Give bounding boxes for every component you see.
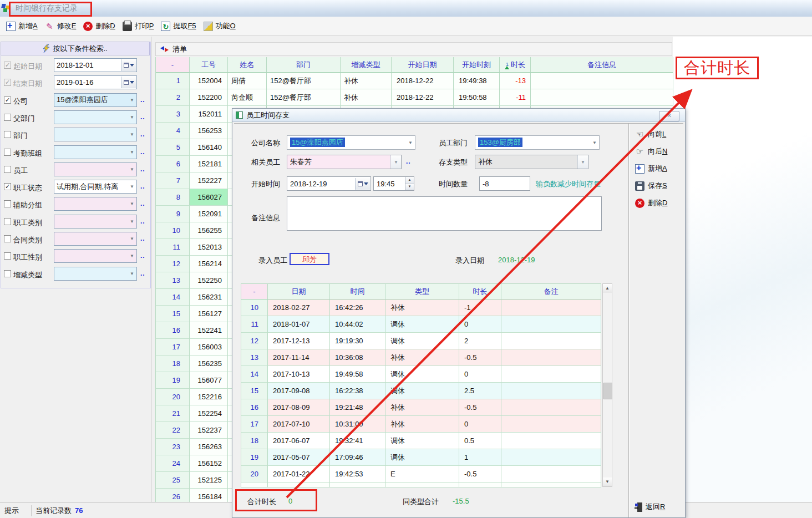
browse-button[interactable]: .. [140, 182, 145, 190]
chevron-down-icon[interactable]: ▼ [128, 184, 136, 189]
chevron-down-icon[interactable]: ▼ [128, 167, 136, 172]
filter-combo[interactable]: ▼ [54, 249, 137, 263]
history-scrollbar[interactable]: ▲ ▼ [602, 283, 612, 487]
amount-input[interactable]: -8 [479, 176, 530, 191]
filter-combo[interactable]: ▼ [54, 232, 137, 246]
dialog-add-button[interactable]: 新增A [634, 163, 668, 174]
checkbox[interactable] [4, 218, 11, 225]
calendar-icon[interactable] [355, 178, 370, 190]
history-row[interactable]: 152017-09-0816:22:38调休2.5 [241, 383, 601, 399]
checkbox[interactable] [4, 166, 11, 173]
dialog-close-button[interactable]: ✕ [659, 111, 679, 121]
checkbox[interactable] [4, 114, 11, 121]
type-combo[interactable]: 补休 ▼ [475, 155, 588, 169]
browse-button[interactable]: .. [140, 165, 145, 173]
filter-combo[interactable]: ▼ [54, 215, 137, 228]
chevron-down-icon[interactable]: ▼ [577, 155, 588, 169]
filter-combo[interactable]: ▼ [54, 197, 137, 211]
time-spinner[interactable]: ▲▼ [405, 177, 414, 190]
checkbox[interactable] [4, 200, 11, 207]
chevron-down-icon[interactable]: ▼ [406, 140, 415, 145]
checkbox[interactable] [4, 270, 11, 277]
browse-button[interactable]: .. [140, 200, 145, 207]
history-row[interactable]: 162017-08-0919:21:48补休-0.5 [241, 399, 601, 416]
column-header-开始日期[interactable]: 开始日期 [392, 57, 454, 73]
chevron-down-icon[interactable]: ▼ [128, 98, 136, 103]
start-clock-field[interactable]: 19:45 ▲▼ [373, 176, 414, 191]
calendar-icon[interactable] [121, 59, 136, 71]
column-header-工号[interactable]: 工号 [190, 57, 228, 73]
filter-combo[interactable]: ▼ [54, 128, 137, 141]
history-column--[interactable]: - [241, 284, 268, 299]
history-row[interactable]: 192017-05-0717:09:46调休1 [241, 449, 601, 466]
toolbar-function-button[interactable]: 功能O [201, 19, 240, 33]
history-row[interactable]: 172017-07-1010:31:00补休0 [241, 416, 601, 433]
toolbar-extract-button[interactable]: 提取F5 [158, 19, 200, 33]
filter-combo[interactable]: ▼ [54, 110, 137, 124]
dialog-prev-button[interactable]: ☜向前L [634, 129, 667, 140]
calendar-icon[interactable] [121, 77, 136, 88]
history-row[interactable]: 182017-06-0719:32:41调休0.5 [241, 433, 601, 449]
dialog-save-button[interactable]: 保存S [634, 180, 668, 191]
chevron-down-icon[interactable]: ▼ [590, 140, 599, 145]
checkbox[interactable] [4, 235, 11, 242]
checkbox[interactable]: ✓ [4, 97, 11, 104]
checkbox[interactable]: ✓ [4, 79, 11, 86]
chevron-down-icon[interactable]: ▼ [128, 115, 136, 120]
history-column-备注[interactable]: 备注 [501, 284, 601, 299]
dialog-delete-button[interactable]: 删除D [634, 197, 668, 209]
filter-combo[interactable]: ▼ [54, 162, 137, 176]
browse-button[interactable]: .. [140, 217, 145, 225]
column-header-增减类型[interactable]: 增减类型 [341, 57, 392, 73]
checkbox[interactable] [4, 149, 11, 156]
date-input[interactable]: 2019-01-16 [54, 75, 137, 89]
column-header-时长[interactable]: 1时长 [500, 57, 531, 73]
toolbar-print-button[interactable]: 打印P [120, 19, 159, 33]
filter-combo[interactable]: 试用期,合同期,待离▼ [54, 180, 137, 194]
history-row[interactable]: 122017-12-1319:19:30调休2 [241, 333, 601, 349]
chevron-down-icon[interactable]: ▼ [128, 236, 136, 241]
table-row[interactable]: 2152200芮金顺152@餐厅部补休2018-12-2219:50:58-11 [156, 89, 673, 106]
dialog-next-button[interactable]: ☞向后N [634, 146, 668, 157]
browse-button[interactable]: .. [140, 148, 145, 156]
history-table[interactable]: -日期时间类型时长备注102018-02-2716:42:26补休-111201… [241, 283, 601, 487]
column-header-部门[interactable]: 部门 [267, 57, 341, 73]
history-row[interactable]: 202017-01-2219:42:53E-0.5 [241, 466, 601, 483]
checkbox[interactable] [4, 131, 11, 138]
history-row[interactable]: 112018-01-0710:44:02调休0 [241, 316, 601, 333]
history-column-时间[interactable]: 时间 [330, 284, 385, 299]
chevron-down-icon[interactable]: ▼ [128, 132, 136, 137]
history-row[interactable]: 132017-11-1410:36:08补休-0.5 [241, 349, 601, 366]
start-date-field[interactable]: 2018-12-19 [287, 176, 371, 191]
browse-button[interactable]: .. [140, 113, 145, 121]
employee-browse-button[interactable]: .. [406, 158, 411, 165]
checkbox[interactable]: ✓ [4, 62, 11, 69]
browse-button[interactable]: .. [140, 130, 145, 138]
scroll-up-icon[interactable]: ▲ [603, 284, 612, 293]
chevron-down-icon[interactable]: ▼ [390, 155, 401, 169]
filter-combo[interactable]: 15@溧阳燕园店▼ [54, 93, 137, 107]
table-row[interactable]: 1152004周倩152@餐厅部补休2018-12-2219:49:38-13 [156, 73, 673, 89]
chevron-down-icon[interactable]: ▼ [128, 271, 136, 276]
column-header-开始时刻[interactable]: 开始时刻 [454, 57, 500, 73]
dept-combo[interactable]: 153@厨房部 ▼ [475, 135, 600, 150]
chevron-down-icon[interactable]: ▼ [128, 219, 136, 224]
browse-button[interactable]: .. [140, 270, 145, 277]
toolbar-add-button[interactable]: 新增A [3, 19, 42, 33]
history-column-日期[interactable]: 日期 [268, 284, 330, 299]
filter-combo[interactable]: ▼ [54, 267, 137, 281]
history-column-时长[interactable]: 时长 [459, 284, 501, 299]
history-row[interactable]: 142017-10-1319:49:58调休0 [241, 366, 601, 383]
filter-combo[interactable]: ▼ [54, 145, 137, 159]
column-header-姓名[interactable]: 姓名 [228, 57, 267, 73]
browse-button[interactable]: .. [140, 235, 145, 242]
toolbar-delete-button[interactable]: 删除D [80, 19, 119, 33]
chevron-down-icon[interactable]: ▼ [128, 253, 136, 258]
dialog-title-bar[interactable]: 员工时间存支 [232, 109, 685, 122]
history-column-类型[interactable]: 类型 [385, 284, 459, 299]
checkbox[interactable] [4, 252, 11, 260]
column-header-备注信息[interactable]: 备注信息 [531, 57, 673, 73]
company-combo[interactable]: 15@溧阳燕园店 ▼ [287, 135, 415, 150]
column-header--[interactable]: - [156, 57, 190, 73]
note-textarea[interactable] [287, 196, 602, 231]
